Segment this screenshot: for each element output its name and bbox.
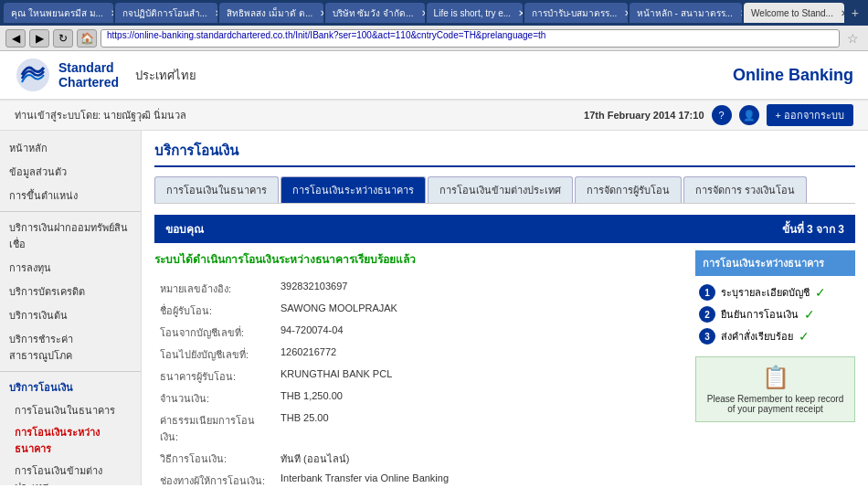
browser-tab-3[interactable]: สิทธิพลสง เม็มาดั ต... ✕: [219, 3, 323, 23]
reminder-icon: 📋: [704, 365, 847, 390]
tab-label: บริษัท ซัมวัง จำกัด...: [333, 6, 414, 20]
logo-text: Standard Chartered: [58, 60, 119, 90]
detail-label-5: จำนวนเงิน:: [156, 388, 275, 408]
detail-value-6: THB 25.00: [277, 410, 683, 447]
browser-content: Standard Chartered ประเทศไทย Online Bank…: [0, 51, 868, 488]
sidebar-divider-1: [0, 211, 141, 212]
date-time: 17th February 2014 17:10: [584, 110, 704, 121]
detail-label-1: ชื่อผู้รับโอน:: [156, 301, 275, 321]
user-bar: ท่านเข้าสู่ระบบโดย: นายณัฐวุฒิ นิ่มนวล 1…: [0, 101, 868, 131]
check-icon-1: ✓: [815, 285, 830, 300]
tab-close-2[interactable]: ✕: [215, 8, 217, 18]
tab-close-6[interactable]: ✕: [624, 8, 627, 18]
sidebar-item-promotion[interactable]: การขึ้นตำแหน่ง: [0, 184, 141, 207]
detail-label-4: ธนาคารผู้รับโอน:: [156, 366, 275, 387]
user-greeting: ท่านเข้าสู่ระบบโดย: นายณัฐวุฒิ นิ่มนวล: [15, 107, 186, 123]
step-label-3: ส่งคำสั่งเรียบร้อย: [721, 328, 793, 345]
sc-logo: [15, 57, 51, 93]
tab-manage-beneficiary[interactable]: การจัดการผู้รับโอน: [575, 176, 682, 203]
tab-close-5[interactable]: ✕: [518, 8, 523, 18]
sidebar-sub-overseas[interactable]: การโอนเงินข้ามต่างประเทศ: [0, 460, 141, 485]
step-num-3: 3: [699, 328, 715, 345]
logout-button[interactable]: + ออกจากระบบ: [767, 104, 853, 126]
browser-tab-7[interactable]: หน้าหลัก - สนามาตรร... ✕: [630, 3, 742, 23]
table-row: ค่าธรรมเนียมการโอนเงิน: THB 25.00: [156, 410, 683, 447]
step-label-1: ระบุรายละเอียดบัญชี: [721, 284, 810, 301]
user-icon[interactable]: 👤: [739, 105, 759, 125]
back-button[interactable]: ◀: [5, 29, 26, 48]
tab-standing-order[interactable]: การจัดการ รวงเงินโอน: [683, 176, 807, 203]
table-row: จำนวนเงิน: THB 1,250.00: [156, 388, 683, 408]
user-bar-right: 17th February 2014 17:10 ? 👤 + ออกจากระบ…: [584, 104, 853, 126]
sidebar-item-home[interactable]: หน้าหลัก: [0, 136, 141, 160]
table-row: ช่องทางผู้ให้การโอนเงิน: Interbank Trans…: [156, 471, 683, 485]
new-tab-button[interactable]: +: [846, 4, 864, 22]
sidebar-item-loans[interactable]: บริการเงินต้น: [0, 303, 141, 327]
reminder-box: 📋 Please Remember to keep record of your…: [695, 356, 855, 422]
sidebar-sub-interbank[interactable]: การโอนเงินระหว่างธนาคาร: [0, 421, 141, 460]
tab-label: หน้าหลัก - สนามาตรร...: [637, 6, 733, 20]
reminder-text: Please Remember to keep record of your p…: [704, 394, 847, 414]
step-indicator: ขั้นที่ 3 จาก 3: [782, 220, 844, 238]
tab-close-4[interactable]: ✕: [421, 8, 425, 18]
detail-label-7: วิธีการโอนเงิน:: [156, 449, 275, 469]
online-banking-label: Online Banking: [733, 66, 853, 85]
transfer-tabs: การโอนเงินในธนาคาร การโอนเงินระหว่างธนาค…: [154, 176, 855, 204]
sidebar-item-savings[interactable]: บริการเงินฝากออมทรัพย์สินเชื่อ: [0, 216, 141, 256]
detail-value-8: Interbank Transfer via Online Banking: [277, 471, 683, 485]
detail-value-2: 94-720074-04: [277, 323, 683, 343]
thankyou-header: ขอบคุณ ขั้นที่ 3 จาก 3: [154, 215, 855, 243]
forward-button[interactable]: ▶: [29, 29, 49, 48]
transfer-details-table: หมายเลขอ้างอิง: 392832103697 ชื่อผู้รับโ…: [154, 277, 684, 485]
tab-intrabank[interactable]: การโอนเงินในธนาคาร: [154, 176, 279, 203]
browser-tab-2[interactable]: กจปฏิบัติการโอนสำ... ✕: [115, 3, 218, 23]
home-button[interactable]: 🏠: [77, 29, 97, 48]
tab-overseas[interactable]: การโอนเงินข้ามต่างประเทศ: [428, 176, 573, 203]
browser-tab-5[interactable]: Life is short, try e... ✕: [427, 3, 523, 23]
bookmark-button[interactable]: ☆: [843, 31, 863, 46]
tab-interbank[interactable]: การโอนเงินระหว่างธนาคาร: [281, 176, 426, 203]
page-title: บริการโอนเงิน: [154, 140, 855, 167]
sidebar-sub-intrabank[interactable]: การโอนเงินในธนาคาร: [0, 399, 141, 421]
tab-label: Welcome to Stand...: [751, 8, 833, 18]
sidebar-item-personal[interactable]: ข้อมูลส่วนตัว: [0, 160, 141, 184]
logo-area: Standard Chartered ประเทศไทย: [15, 57, 196, 93]
tab-label: การบำรับ-บสมาตรร...: [532, 6, 618, 20]
table-row: โอนไปยังบัญชีเลขที่: 1260216772: [156, 345, 683, 365]
bank-header: Standard Chartered ประเทศไทย Online Bank…: [0, 51, 868, 101]
left-column: ระบบได้ดำเนินการโอนเงินระหว่างธนาคารเรีย…: [154, 250, 684, 485]
browser-tab-6[interactable]: การบำรับ-บสมาตรร... ✕: [524, 3, 628, 23]
table-row: ธนาคารผู้รับโอน: KRUNGTHAI BANK PCL: [156, 366, 683, 387]
tab-label: กจปฏิบัติการโอนสำ...: [122, 6, 207, 20]
svg-point-0: [16, 58, 49, 91]
logo-thai: ประเทศไทย: [135, 66, 196, 85]
tab-label: Life is short, try e...: [434, 8, 511, 18]
tab-close-7[interactable]: ✕: [740, 8, 742, 18]
step-num-1: 1: [699, 284, 715, 301]
browser-tab-8[interactable]: Welcome to Stand... ✕: [744, 3, 844, 23]
tab-close-8[interactable]: ✕: [841, 8, 844, 18]
check-icon-3: ✓: [799, 329, 813, 344]
sc-wing-icon: [15, 57, 51, 93]
tab-close-1[interactable]: ✕: [111, 8, 113, 18]
sidebar-item-utilities[interactable]: บริการชำระค่าสาธารณูปโภค: [0, 327, 141, 367]
detail-value-0: 392832103697: [277, 279, 683, 299]
detail-label-8: ช่องทางผู้ให้การโอนเงิน:: [156, 471, 275, 485]
sidebar-item-credit[interactable]: บริการบัตรเครดิต: [0, 280, 141, 303]
help-icon[interactable]: ?: [712, 105, 732, 125]
browser-tab-4[interactable]: บริษัท ซัมวัง จำกัด... ✕: [325, 3, 425, 23]
browser-tab-1[interactable]: คุณ ใหนพยนตรมีส ม... ✕: [4, 3, 113, 23]
thankyou-label: ขอบคุณ: [165, 220, 204, 238]
tab-label: สิทธิพลสง เม็มาดั ต...: [227, 6, 312, 20]
refresh-button[interactable]: ↻: [53, 29, 73, 48]
detail-value-4: KRUNGTHAI BANK PCL: [277, 366, 683, 387]
detail-value-1: SAWONG MOOLPRAJAK: [277, 301, 683, 321]
table-row: วิธีการโอนเงิน: ทันที (ออนไลน์): [156, 449, 683, 469]
sidebar-divider-2: [0, 371, 141, 372]
address-bar[interactable]: https://online-banking.standardchartered…: [101, 29, 840, 48]
main-layout: หน้าหลัก ข้อมูลส่วนตัว การขึ้นตำแหน่ง บร…: [0, 131, 868, 485]
tab-close-3[interactable]: ✕: [320, 8, 323, 18]
logo-chartered: Chartered: [58, 75, 119, 90]
sidebar-item-invest[interactable]: การลงทุน: [0, 256, 141, 280]
content-columns: ระบบได้ดำเนินการโอนเงินระหว่างธนาคารเรีย…: [154, 250, 855, 485]
